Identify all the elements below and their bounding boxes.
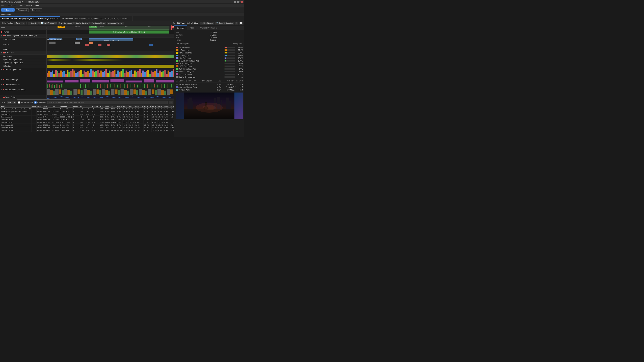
- table-cell: 0.0%: [164, 124, 170, 126]
- table-cell: 0.0%: [91, 113, 99, 116]
- tab-metrics[interactable]: Metrics: [187, 25, 198, 30]
- table-row[interactable]: BuildRaytracingAccelerationStructure 81A…: [0, 110, 174, 113]
- data-table[interactable]: Name ↕ Path Type Start End Duration Fram…: [0, 105, 174, 137]
- close-btn[interactable]: [240, 1, 243, 3]
- tab-capture-info[interactable]: Capture Information: [198, 25, 219, 30]
- sync-copy-bar: [46, 59, 174, 61]
- maximize-btn[interactable]: [237, 1, 240, 3]
- col-crop[interactable]: CROP: [164, 105, 170, 108]
- table-row[interactable]: CommandList 1Action2.47ms134.67ms132.20m…: [0, 116, 174, 118]
- right-content[interactable]: Start: 147.74 ms Duration: 17.52 ms End:…: [174, 30, 244, 137]
- disconnect-button[interactable]: Disconnect: [16, 8, 29, 12]
- table-cell: 9.7%: [79, 121, 85, 124]
- zoom-selection-button[interactable]: 🔍 Zoom To Selection: [215, 22, 234, 24]
- cif-collapse[interactable]: ▶: [1, 79, 2, 81]
- timeline-scrollbar[interactable]: [0, 98, 174, 100]
- table-cell: CommandList 14: [0, 129, 32, 132]
- table-row[interactable]: BuildRaytracingAccelerationStructure 1-8…: [0, 108, 174, 110]
- col-name[interactable]: Name ↕: [0, 105, 32, 108]
- menu-window[interactable]: Window: [26, 4, 32, 6]
- type-select[interactable]: Action: [7, 101, 16, 104]
- sm-avg: 758030044.1: [222, 84, 236, 85]
- col-type[interactable]: Type: [36, 105, 42, 108]
- top-metrics-label[interactable]: Top Metrics Only: [18, 101, 33, 104]
- flat-queue-rows-button[interactable]: Flat Queue Rows: [90, 22, 106, 24]
- minimize-btn[interactable]: [234, 1, 236, 3]
- trace-analysis-button[interactable]: 📊 Trace Analysis _: [39, 22, 57, 24]
- table-row[interactable]: CommandList 10Action142.69ms142.76ms0.07…: [0, 118, 174, 121]
- col-zrop[interactable]: ZROP: [158, 105, 164, 108]
- svg-rect-115: [144, 84, 145, 88]
- throughput-name: L1 Throughput: [178, 49, 224, 51]
- file-tab-2[interactable]: HellbladeGame-Win64-Shipping__TLAS_1bee6…: [60, 16, 132, 21]
- top-metrics-checkbox[interactable]: [18, 101, 20, 104]
- collapse-arrow-1[interactable]: ▼: [1, 35, 3, 36]
- col-pesvpc[interactable]: PES+VPC: [135, 105, 144, 108]
- terminate-button[interactable]: Terminate: [30, 8, 42, 12]
- trace-compare-button[interactable]: Trace Compare...: [58, 22, 74, 24]
- col-path[interactable]: Path: [32, 105, 36, 108]
- frames-label: Frames: [0, 30, 46, 34]
- table-cell: Action: [36, 118, 42, 121]
- smo-collapse[interactable]: ▶: [1, 89, 2, 91]
- col-vram[interactable]: VRAM: [116, 105, 122, 108]
- search-input[interactable]: [47, 101, 168, 104]
- col-pd[interactable]: PD: [129, 105, 135, 108]
- ut-config-icon[interactable]: ⚙: [19, 69, 21, 70]
- dd-collapse[interactable]: ▶: [1, 84, 2, 86]
- table-row[interactable]: CommandList 12Action142.76ms142.86ms0.10…: [0, 124, 174, 126]
- table-row[interactable]: CommandList 0Action0.05ms0.06ms<0.01ms (…: [0, 113, 174, 116]
- table-cell: 8.9%: [116, 121, 122, 124]
- visible-only-checkbox[interactable]: [34, 101, 36, 104]
- ut-collapse[interactable]: ▶: [1, 69, 2, 70]
- aggregate-frames-button[interactable]: Aggregate Frames: [107, 22, 124, 24]
- col-pcie[interactable]: PCIe: [122, 105, 129, 108]
- table-cell: 19.0%: [152, 118, 158, 121]
- col-start[interactable]: Start: [42, 105, 51, 108]
- col-duration[interactable]: Duration: [59, 105, 72, 108]
- summary-grid: Start: 147.74 ms Duration: 17.52 ms End:…: [176, 31, 243, 41]
- scrollbar-thumb[interactable]: [18, 99, 70, 100]
- collapse-arrow-2[interactable]: ▼: [1, 52, 3, 54]
- col-end[interactable]: End: [51, 105, 59, 108]
- tab-summary[interactable]: Summary: [174, 25, 187, 30]
- reset-zoom-button[interactable]: ⟳ Reset Zoom: [200, 22, 214, 24]
- ruler-select[interactable]: Capture: [14, 22, 25, 24]
- connect-button[interactable]: ⚡ Connect: [1, 8, 14, 11]
- col-prop[interactable]: PROP: [152, 105, 158, 108]
- table-row[interactable]: CommandList 14Action142.91ms143.05ms0.14…: [0, 129, 174, 132]
- menu-connection[interactable]: Connection: [7, 4, 16, 6]
- svg-rect-116: [148, 84, 148, 88]
- timeline-rows-container[interactable]: Frames Matched Frame (166.00ms) (active=…: [0, 30, 174, 98]
- table-cell: 0.07ms (0%): [59, 118, 72, 121]
- matched-frame-bar: Matched Frame (166.00ms) (active=155.50m…: [89, 30, 169, 33]
- col-vaf[interactable]: VAF: [99, 105, 104, 108]
- file-tab-1[interactable]: HellbladeGame-Win64-Shipping.exe_2022022…: [0, 16, 60, 21]
- menu-help[interactable]: Help: [35, 4, 39, 6]
- svg-rect-18: [75, 73, 77, 77]
- table-body: BuildRaytracingAccelerationStructure 1-8…: [0, 108, 174, 132]
- col-sm[interactable]: SM: [79, 105, 85, 108]
- unit-throughputs-label: ▶ Unit Throughputs ⚙: [0, 68, 46, 78]
- col-frame[interactable]: Frame: [72, 105, 79, 108]
- col-l2[interactable]: L2: [110, 105, 116, 108]
- menu-tools[interactable]: Tools: [18, 4, 23, 6]
- export-button[interactable]: ↑ Export...: [28, 22, 38, 24]
- col-rtcore[interactable]: RTCORE: [91, 105, 99, 108]
- settings-button[interactable]: +: [235, 22, 238, 24]
- svg-rect-79: [65, 80, 78, 82]
- draw-dispatch-label: ▶ Draw/Dispatch Start: [0, 83, 46, 88]
- col-mmu[interactable]: MMU: [104, 105, 110, 108]
- col-raster[interactable]: RASTER: [144, 105, 152, 108]
- file-tab-1-close[interactable]: ✕: [57, 18, 58, 19]
- menu-file[interactable]: File: [1, 4, 4, 6]
- visible-only-label[interactable]: Visible Only: [34, 101, 46, 104]
- search-filter-icon[interactable]: ⚗: [169, 101, 173, 104]
- fullscreen-button[interactable]: ⬜: [239, 22, 243, 24]
- overlay-barriers-button[interactable]: Overlay Barriers: [74, 22, 90, 24]
- table-row[interactable]: CommandList 11Action142.76ms142.76ms<0.0…: [0, 121, 174, 124]
- table-row[interactable]: CommandList 13Action142.90ms142.90ms<0.0…: [0, 126, 174, 129]
- col-l1[interactable]: L1: [85, 105, 91, 108]
- col-smissue[interactable]: SM Issue: [170, 105, 174, 108]
- file-tab-2-close[interactable]: ✕: [129, 17, 131, 19]
